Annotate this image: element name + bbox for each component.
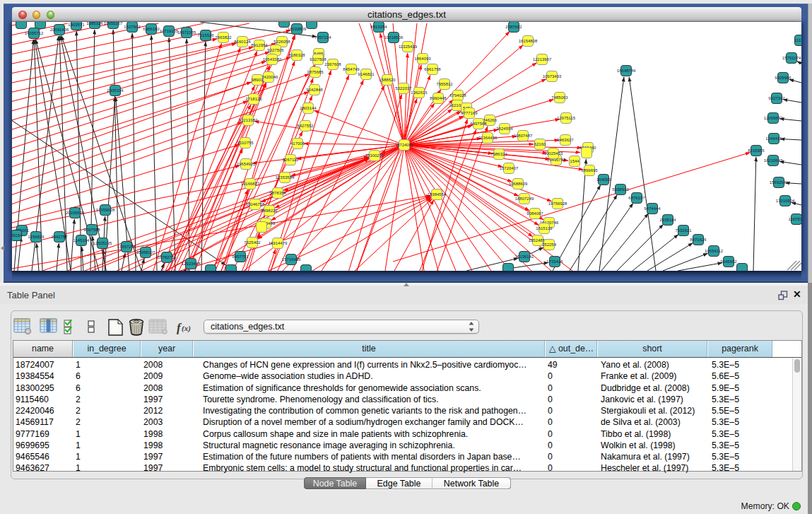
svg-text:6879197: 6879197: [628, 196, 645, 200]
svg-text:2718126: 2718126: [245, 97, 262, 101]
svg-text:18807249: 18807249: [515, 197, 534, 201]
svg-text:16033809: 16033809: [288, 27, 307, 31]
svg-text:10654112: 10654112: [705, 249, 724, 253]
svg-text:9457791: 9457791: [232, 255, 249, 259]
svg-text:6497568: 6497568: [470, 122, 487, 126]
svg-text:1903571: 1903571: [68, 23, 85, 27]
svg-text:8990448: 8990448: [430, 96, 447, 100]
svg-text:9474444: 9474444: [644, 206, 661, 211]
svg-text:11325419: 11325419: [399, 45, 418, 49]
svg-text:6966160: 6966160: [143, 27, 160, 31]
svg-text:9329966: 9329966: [775, 76, 792, 80]
svg-text:2803144: 2803144: [300, 106, 317, 110]
svg-text:10688609: 10688609: [509, 182, 528, 186]
svg-text:9242848: 9242848: [306, 88, 323, 92]
svg-text:10807487: 10807487: [514, 134, 533, 138]
svg-text:6899695: 6899695: [581, 168, 598, 173]
svg-text:9327505: 9327505: [267, 48, 284, 52]
svg-text:2935114: 2935114: [660, 218, 677, 222]
svg-text:1145194: 1145194: [73, 238, 90, 243]
svg-text:12213382: 12213382: [239, 118, 258, 122]
svg-text:1615132: 1615132: [536, 226, 553, 230]
svg-text:1244415: 1244415: [765, 136, 782, 141]
svg-text:10973493: 10973493: [543, 74, 562, 78]
svg-text:12093872: 12093872: [764, 116, 783, 120]
svg-text:18724007: 18724007: [395, 143, 414, 147]
svg-text:2087682: 2087682: [505, 25, 522, 29]
svg-text:9146821: 9146821: [358, 72, 375, 76]
svg-text:1733426: 1733426: [546, 259, 563, 264]
svg-text:10025453: 10025453: [544, 151, 563, 156]
svg-text:15692971: 15692971: [770, 180, 789, 185]
svg-text:9327508: 9327508: [310, 57, 326, 62]
svg-text:19166827: 19166827: [241, 182, 260, 186]
svg-text:16543382: 16543382: [263, 57, 282, 62]
svg-text:8160124: 8160124: [234, 40, 251, 44]
svg-text:1588520: 1588520: [379, 78, 396, 82]
svg-text:14055712: 14055712: [25, 31, 44, 35]
svg-text:17359928: 17359928: [96, 208, 115, 212]
svg-text:5322037: 5322037: [395, 86, 412, 90]
svg-text:16914479: 16914479: [269, 241, 288, 245]
svg-text:5938923: 5938923: [612, 187, 629, 192]
svg-text:8912954: 8912954: [251, 43, 268, 47]
svg-text:9084067: 9084067: [526, 211, 543, 216]
svg-text:11172: 11172: [794, 38, 801, 42]
svg-text:1544: 1544: [570, 159, 579, 163]
svg-text:20691406: 20691406: [50, 28, 69, 32]
svg-text:62160: 62160: [534, 142, 546, 146]
svg-text:7955812: 7955812: [436, 82, 453, 86]
svg-text:5226058: 5226058: [273, 40, 290, 44]
svg-text:39154: 39154: [12, 233, 23, 238]
svg-text:5498222: 5498222: [261, 209, 278, 213]
svg-text:16671355: 16671355: [177, 30, 196, 35]
svg-text:10655267: 10655267: [104, 22, 123, 25]
svg-text:7663822: 7663822: [215, 35, 232, 40]
svg-text:2367608: 2367608: [324, 62, 341, 66]
svg-text:3624554: 3624554: [496, 127, 513, 131]
svg-text:16782759: 16782759: [158, 255, 177, 259]
svg-text:9777169: 9777169: [461, 111, 478, 115]
svg-text:2905334: 2905334: [107, 88, 124, 93]
svg-text:12353594: 12353594: [276, 175, 295, 180]
svg-text:10719155: 10719155: [160, 29, 179, 33]
svg-text:19756928: 19756928: [548, 201, 567, 206]
svg-text:12213967: 12213967: [533, 57, 552, 62]
svg-text:98901: 98901: [252, 78, 264, 82]
svg-text:3267110: 3267110: [283, 158, 300, 162]
svg-text:417006: 417006: [290, 141, 305, 146]
svg-text:1167533: 1167533: [789, 217, 801, 221]
svg-text:9245652: 9245652: [720, 259, 737, 264]
svg-text:252254: 252254: [542, 243, 557, 247]
svg-text:8215955: 8215955: [748, 148, 765, 153]
svg-text:17957255: 17957255: [117, 245, 136, 249]
svg-text:164095: 164095: [596, 177, 611, 182]
svg-text:9463627: 9463627: [557, 138, 574, 142]
svg-text:8427552: 8427552: [297, 124, 314, 128]
svg-text:3875685: 3875685: [307, 70, 324, 74]
svg-text:7485063: 7485063: [551, 95, 568, 100]
svg-text:16154808: 16154808: [519, 39, 538, 43]
svg-text:7625402: 7625402: [244, 240, 261, 245]
svg-text:19218506: 19218506: [384, 35, 404, 40]
svg-text:21364436: 21364436: [478, 136, 498, 140]
svg-text:15716485: 15716485: [282, 257, 301, 262]
svg-text:7515526: 7515526: [197, 33, 214, 37]
svg-text:9097588: 9097588: [83, 228, 100, 232]
svg-text:7632621: 7632621: [675, 228, 692, 233]
svg-text:9227342: 9227342: [768, 96, 785, 100]
svg-text:6961758: 6961758: [424, 67, 441, 71]
svg-text:1085326: 1085326: [86, 22, 103, 25]
svg-text:16648784: 16648784: [617, 69, 636, 73]
svg-text:12923448: 12923448: [182, 262, 201, 266]
svg-text:12975115: 12975115: [557, 116, 576, 120]
svg-text:6794028: 6794028: [449, 93, 466, 98]
svg-text:19384554: 19384554: [428, 192, 447, 197]
svg-text:20206536: 20206536: [66, 211, 85, 215]
svg-text:15136141: 15136141: [515, 255, 534, 259]
svg-text:10958107: 10958107: [136, 250, 155, 255]
svg-text:8813054: 8813054: [370, 25, 387, 29]
svg-text:12505135: 12505135: [93, 241, 112, 245]
svg-text:19654925: 19654925: [237, 162, 256, 166]
svg-text:16210643: 16210643: [764, 158, 783, 163]
